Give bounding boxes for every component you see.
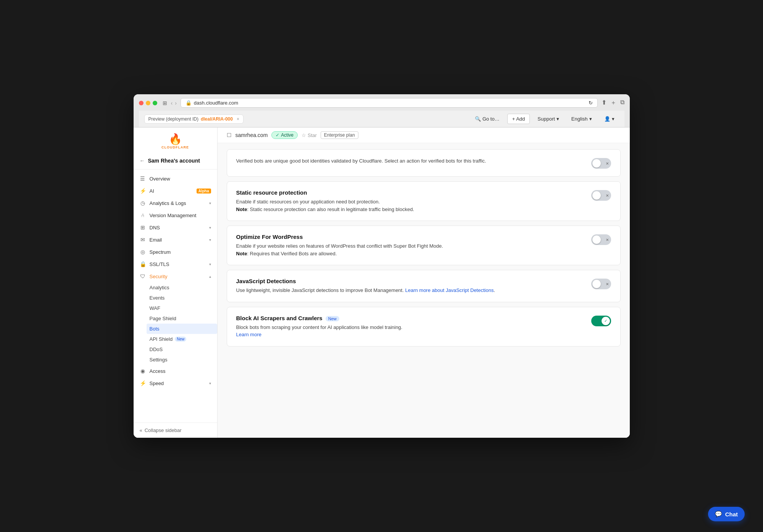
sidebar-item-spectrum[interactable]: ◎ Spectrum xyxy=(134,246,217,258)
deploy-id: dleal/ARIA-000 xyxy=(201,116,233,122)
lock-icon: 🔒 xyxy=(186,100,192,106)
chevron-up-icon: ▴ xyxy=(209,274,211,279)
goto-button[interactable]: 🔍 Go to… xyxy=(470,114,504,124)
block-ai-scrapers-toggle[interactable]: ✓ xyxy=(591,316,611,326)
chevron-down-icon: ▾ xyxy=(209,262,211,266)
verified-bots-toggle[interactable]: ✕ xyxy=(591,158,611,169)
active-status-badge: Active xyxy=(271,131,298,139)
traffic-light-red[interactable] xyxy=(139,101,144,105)
close-preview-button[interactable]: × xyxy=(237,116,239,122)
block-ai-scrapers-title: Block AI Scrapers and CrawlersNew xyxy=(236,315,579,321)
sidebar-item-security[interactable]: 🛡 Security ▴ xyxy=(134,270,217,282)
search-icon: 🔍 xyxy=(475,116,481,122)
sidebar-toggle[interactable]: ⊞ xyxy=(163,100,167,106)
traffic-light-yellow[interactable] xyxy=(146,101,150,105)
sidebar-item-dns[interactable]: ⊞ DNS ▾ xyxy=(134,221,217,234)
sidebar: 🔥 CLOUDFLARE ← Sam Rhea's account ☰ Over… xyxy=(134,127,218,438)
back-to-accounts-button[interactable]: ← xyxy=(140,158,145,164)
new-badge: New xyxy=(175,337,186,342)
sidebar-item-analytics-logs[interactable]: ◷ Analytics & Logs ▾ xyxy=(134,197,217,209)
learn-more-js-detections-link[interactable]: Learn more about JavaScript Detections xyxy=(405,287,494,293)
reload-icon[interactable]: ↻ xyxy=(589,100,593,106)
sidebar-item-overview[interactable]: ☰ Overview xyxy=(134,172,217,185)
security-icon: 🛡 xyxy=(140,273,146,279)
subnav-item-waf[interactable]: WAF xyxy=(150,303,217,313)
sidebar-item-version-management[interactable]: ⑃ Version Management xyxy=(134,209,217,221)
preview-prefix: Preview (deployment ID) xyxy=(148,116,198,122)
collapse-sidebar-button[interactable]: « Collapse sidebar xyxy=(134,422,217,438)
plan-badge: Enterprise plan xyxy=(321,131,358,139)
javascript-detections-toggle[interactable]: ✕ xyxy=(591,279,611,289)
ai-icon: ⚡ xyxy=(140,188,146,194)
static-resource-desc: Enable if static resources on your appli… xyxy=(236,198,579,213)
collapse-icon: « xyxy=(140,427,142,433)
star-icon: ☆ xyxy=(302,132,306,138)
static-resource-toggle[interactable]: ✕ xyxy=(591,190,611,201)
main-content: ☐ samrhea.com Active ☆ Star Enterprise p… xyxy=(218,127,630,438)
subnav-item-settings[interactable]: Settings xyxy=(150,355,217,365)
star-button[interactable]: ☆ Star xyxy=(302,132,317,138)
version-icon: ⑃ xyxy=(140,212,146,218)
subnav-item-api-shield[interactable]: API Shield New xyxy=(150,334,217,344)
overview-icon: ☰ xyxy=(140,176,146,182)
block-ai-scrapers-desc: Block bots from scraping your content fo… xyxy=(236,324,579,339)
cloudflare-logo: 🔥 CLOUDFLARE xyxy=(134,127,217,152)
url-text: dash.cloudflare.com xyxy=(194,100,238,106)
traffic-light-green[interactable] xyxy=(153,101,157,105)
javascript-detections-card: JavaScript Detections Use lightweight, i… xyxy=(227,270,621,302)
subnav-item-events[interactable]: Events xyxy=(150,293,217,303)
subnav-item-page-shield[interactable]: Page Shield xyxy=(150,313,217,324)
add-button[interactable]: + Add xyxy=(507,114,530,124)
chat-icon: 💬 xyxy=(715,511,722,517)
access-icon: ◉ xyxy=(140,368,146,374)
sidebar-item-ai[interactable]: ⚡ AI Alpha xyxy=(134,185,217,197)
optimize-wordpress-card: Optimize For WordPress Enable if your we… xyxy=(227,226,621,265)
spectrum-icon: ◎ xyxy=(140,249,146,255)
verified-bots-card: Verified bots are unique good bot identi… xyxy=(227,149,621,177)
chevron-down-icon: ▾ xyxy=(209,201,211,205)
sidebar-item-email[interactable]: ✉ Email ▾ xyxy=(134,234,217,246)
user-icon: 👤 xyxy=(604,116,610,122)
dns-icon: ⊞ xyxy=(140,224,146,231)
new-tab-icon[interactable]: ＋ xyxy=(610,99,616,107)
block-ai-scrapers-card: Block AI Scrapers and CrawlersNew Block … xyxy=(227,307,621,347)
subnav-item-bots[interactable]: Bots xyxy=(147,324,217,334)
security-subnav: Analytics Events WAF Page Shield Bots AP… xyxy=(134,282,217,365)
analytics-logs-icon: ◷ xyxy=(140,200,146,206)
domain-name[interactable]: samrhea.com xyxy=(236,132,268,138)
support-button[interactable]: Support ▾ xyxy=(533,114,564,124)
account-name: Sam Rhea's account xyxy=(148,158,200,164)
share-icon[interactable]: ⬆ xyxy=(602,99,607,107)
static-resource-title: Static resource protection xyxy=(236,189,579,196)
domain-icon: ☐ xyxy=(227,132,232,138)
subnav-item-analytics[interactable]: Analytics xyxy=(150,282,217,293)
chevron-down-icon: ▾ xyxy=(589,116,592,122)
static-resource-protection-card: Static resource protection Enable if sta… xyxy=(227,181,621,221)
preview-badge: Preview (deployment ID) dleal/ARIA-000 × xyxy=(144,114,244,124)
sidebar-item-ssl-tls[interactable]: 🔒 SSL/TLS ▾ xyxy=(134,258,217,270)
optimize-wordpress-desc: Enable if your website relies on feature… xyxy=(236,242,579,257)
address-bar[interactable]: 🔒 dash.cloudflare.com ↻ xyxy=(181,98,598,108)
javascript-detections-desc: Use lightweight, invisible JavaScript de… xyxy=(236,287,579,294)
windows-icon[interactable]: ⧉ xyxy=(620,99,624,107)
chevron-down-icon: ▾ xyxy=(209,226,211,230)
language-button[interactable]: English ▾ xyxy=(567,114,597,124)
learn-more-ai-scrapers-link[interactable]: Learn more xyxy=(236,332,261,337)
chat-button[interactable]: 💬 Chat xyxy=(708,507,745,521)
alpha-badge: Alpha xyxy=(197,189,211,193)
back-button[interactable]: ‹ xyxy=(171,100,173,106)
chevron-down-icon: ▾ xyxy=(209,381,211,385)
optimize-wordpress-toggle[interactable]: ✕ xyxy=(591,234,611,245)
new-badge: New xyxy=(326,316,339,321)
speed-icon: ⚡ xyxy=(140,380,146,386)
user-menu-button[interactable]: 👤 ▾ xyxy=(600,114,619,124)
optimize-wordpress-title: Optimize For WordPress xyxy=(236,234,579,240)
verified-bots-toggle-area: ✕ xyxy=(588,157,611,169)
chevron-down-icon: ▾ xyxy=(557,116,559,122)
subnav-item-ddos[interactable]: DDoS xyxy=(150,344,217,355)
ssl-icon: 🔒 xyxy=(140,261,146,267)
sidebar-item-access[interactable]: ◉ Access xyxy=(134,365,217,377)
sidebar-item-speed[interactable]: ⚡ Speed ▾ xyxy=(134,377,217,389)
verified-bots-description: Verified bots are unique good bot identi… xyxy=(236,157,579,165)
forward-button[interactable]: › xyxy=(175,100,177,106)
